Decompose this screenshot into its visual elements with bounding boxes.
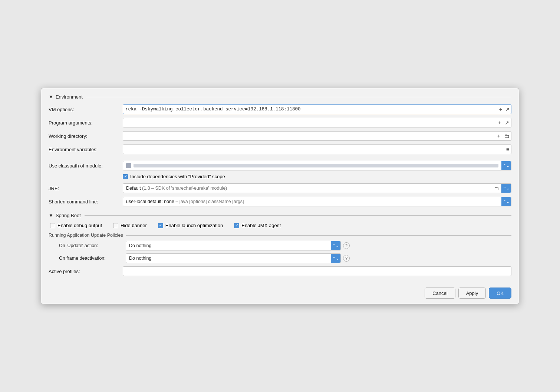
on-frame-select-container: Do nothingUpdate classes and resourcesHo… xyxy=(126,253,341,263)
jre-label: JRE: xyxy=(49,186,123,191)
hide-banner-item: Hide banner xyxy=(113,223,147,228)
on-update-control: Do nothingUpdate classes and resourcesHo… xyxy=(126,241,350,250)
policies-header: Running Application Update Policies xyxy=(49,233,511,238)
jre-secondary-text: (1.8 – SDK of 'sharechef-eureka' module) xyxy=(142,186,227,191)
on-frame-select[interactable]: Do nothingUpdate classes and resourcesHo… xyxy=(126,255,340,262)
jre-folder-button[interactable]: 🗀 xyxy=(492,184,501,193)
spring-boot-section-header: ▼ Spring Boot xyxy=(49,213,511,218)
ok-button[interactable]: OK xyxy=(489,288,511,299)
active-profiles-label: Active profiles: xyxy=(49,269,123,274)
program-arguments-add-button[interactable]: + xyxy=(496,120,503,126)
shorten-bold-text: user-local default: none xyxy=(126,199,174,204)
classpath-module-control: ⌃⌄ xyxy=(123,161,511,170)
working-directory-input[interactable] xyxy=(123,133,495,139)
env-vars-list-button[interactable]: ≡ xyxy=(504,146,511,152)
vm-options-input-container: + ↗ xyxy=(123,104,511,114)
spacer-1 xyxy=(49,157,511,160)
enable-debug-output-label: Enable debug output xyxy=(57,223,102,228)
on-frame-row: On frame deactivation: Do nothingUpdate … xyxy=(49,253,511,263)
working-directory-row: Working directory: + 🗀 xyxy=(49,131,511,141)
dialog-content: ▼ Environment VM options: + ↗ Program ar… xyxy=(41,88,519,284)
policies-header-line xyxy=(126,235,511,236)
enable-launch-optimization-checkbox[interactable]: ✓ xyxy=(158,223,163,228)
module-text xyxy=(134,164,498,167)
environment-section-label: Environment xyxy=(56,94,83,100)
spring-boot-section-label: Spring Boot xyxy=(56,213,81,218)
env-vars-input[interactable] xyxy=(123,146,504,153)
jmx-checkmark: ✓ xyxy=(235,223,238,227)
active-profiles-input[interactable] xyxy=(123,266,511,276)
environment-section-header: ▼ Environment xyxy=(49,94,511,100)
enable-launch-optimization-label: Enable launch optimization xyxy=(165,223,223,228)
jre-control: Default (1.8 – SDK of 'sharechef-eureka'… xyxy=(123,183,511,193)
working-directory-input-container: + 🗀 xyxy=(123,131,511,141)
enable-jmx-agent-checkbox[interactable]: ✓ xyxy=(234,223,239,228)
program-arguments-input-container: + ↗ xyxy=(123,118,511,127)
active-profiles-control xyxy=(123,266,511,276)
jre-container: Default (1.8 – SDK of 'sharechef-eureka'… xyxy=(123,183,511,193)
classpath-module-label: Use classpath of module: xyxy=(49,163,123,169)
vm-options-label: VM options: xyxy=(49,107,123,112)
on-frame-control: Do nothingUpdate classes and resourcesHo… xyxy=(126,253,350,263)
jre-primary-text: Default xyxy=(126,186,141,191)
shorten-text: user-local default: none – java [options… xyxy=(123,198,501,205)
on-update-help-icon[interactable]: ? xyxy=(343,242,350,249)
environment-collapse-triangle[interactable]: ▼ xyxy=(49,94,53,100)
vm-options-row: VM options: + ↗ xyxy=(49,104,511,114)
cancel-button[interactable]: Cancel xyxy=(425,288,455,299)
vm-options-input[interactable] xyxy=(123,106,498,113)
dialog-footer: Cancel Apply OK xyxy=(41,284,519,304)
active-profiles-row: Active profiles: xyxy=(49,266,511,276)
program-arguments-row: Program arguments: + ↗ xyxy=(49,117,511,128)
jre-arrow-button[interactable]: ⌃⌄ xyxy=(501,184,511,193)
include-dependencies-checkbox[interactable]: ✓ xyxy=(123,174,128,179)
on-frame-label: On frame deactivation: xyxy=(59,256,126,261)
include-dependencies-row: ✓ Include dependencies with "Provided" s… xyxy=(123,174,511,179)
program-arguments-control: + ↗ xyxy=(123,118,511,127)
enable-jmx-agent-item: ✓ Enable JMX agent xyxy=(234,223,281,228)
working-directory-label: Working directory: xyxy=(49,133,123,139)
program-arguments-expand-button[interactable]: ↗ xyxy=(503,120,511,126)
spacer-2 xyxy=(49,210,511,213)
jre-text: Default (1.8 – SDK of 'sharechef-eureka'… xyxy=(123,185,492,192)
env-vars-input-container: ≡ xyxy=(123,144,511,154)
enable-jmx-agent-label: Enable JMX agent xyxy=(241,223,281,228)
vm-options-expand-button[interactable]: ↗ xyxy=(504,107,511,112)
on-update-select[interactable]: Do nothingUpdate classes and resourcesHo… xyxy=(126,242,340,249)
running-policies-section: Running Application Update Policies On '… xyxy=(49,233,511,263)
environment-section-line xyxy=(86,97,511,97)
working-directory-add-button[interactable]: + xyxy=(495,133,502,139)
working-directory-folder-button[interactable]: 🗀 xyxy=(502,133,511,139)
hide-banner-checkbox[interactable] xyxy=(113,223,118,228)
shorten-command-label: Shorten command line: xyxy=(49,199,123,205)
classpath-module-arrow[interactable]: ⌃⌄ xyxy=(501,161,511,170)
spring-boot-section-line xyxy=(85,215,511,216)
environment-variables-row: Environment variables: ≡ xyxy=(49,144,511,155)
module-icon xyxy=(126,163,131,168)
hide-banner-label: Hide banner xyxy=(121,223,147,228)
shorten-arrow-button[interactable]: ⌃⌄ xyxy=(501,197,511,206)
program-arguments-input[interactable] xyxy=(123,119,496,126)
shorten-command-control: user-local default: none – java [options… xyxy=(123,197,511,206)
vm-options-control: + ↗ xyxy=(123,104,511,114)
include-dependencies-label: Include dependencies with "Provided" sco… xyxy=(130,174,225,179)
jre-row: JRE: Default (1.8 – SDK of 'sharechef-eu… xyxy=(49,183,511,193)
classpath-module-row: Use classpath of module: ⌃⌄ xyxy=(49,160,511,171)
environment-variables-control: ≡ xyxy=(123,144,511,154)
include-dependencies-checkmark: ✓ xyxy=(124,175,127,179)
enable-debug-output-item: Enable debug output xyxy=(50,223,102,228)
classpath-module-content xyxy=(123,162,501,169)
launch-opt-checkmark: ✓ xyxy=(159,223,162,227)
vm-options-add-button[interactable]: + xyxy=(498,107,504,112)
enable-debug-output-checkbox[interactable] xyxy=(50,223,55,228)
working-directory-control: + 🗀 xyxy=(123,131,511,141)
shorten-command-row: Shorten command line: user-local default… xyxy=(49,196,511,207)
classpath-module-dropdown[interactable]: ⌃⌄ xyxy=(123,161,511,170)
on-frame-help-icon[interactable]: ? xyxy=(343,255,350,262)
shorten-muted-text: – java [options] className [args] xyxy=(175,199,244,204)
apply-button[interactable]: Apply xyxy=(458,288,486,299)
spring-boot-collapse-triangle[interactable]: ▼ xyxy=(49,213,53,218)
on-update-label: On 'Update' action: xyxy=(59,243,126,248)
program-arguments-label: Program arguments: xyxy=(49,120,123,126)
policies-header-text: Running Application Update Policies xyxy=(49,233,123,238)
